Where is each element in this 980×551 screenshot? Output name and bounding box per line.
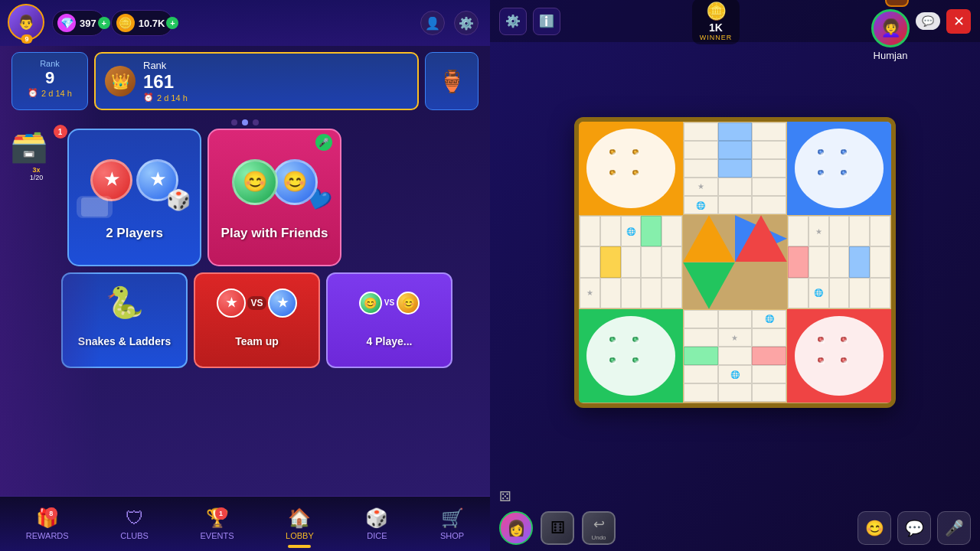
nav-dice[interactable]: 🎲 DICE — [358, 504, 396, 544]
chest-progress: 1/20 — [30, 174, 44, 181]
mission-card[interactable]: 🏺 — [425, 52, 479, 110]
dot-1 — [231, 119, 237, 126]
green-piece-friends: 😊 — [232, 159, 278, 205]
undo-button[interactable]: ↩ Undo — [582, 511, 616, 545]
cell-l14 — [641, 278, 662, 308]
corner-green — [579, 309, 683, 403]
coins-currency[interactable]: 🪙 10.7K + — [111, 10, 174, 36]
mode-snakes-img: 🐍 — [63, 274, 186, 331]
cell-t15 — [752, 196, 786, 214]
rank-time-2: ⏰ 2 d 14 h — [143, 93, 188, 103]
game-settings-button[interactable]: ⚙️ — [499, 8, 527, 35]
cell-b11: 🌐 — [718, 365, 753, 383]
green-piece-4 — [632, 357, 639, 363]
mode-2players[interactable]: ★ ★ 🎲 2 Players — [67, 129, 201, 266]
team-piece-1: ★ — [217, 289, 246, 318]
nav-lobby[interactable]: 🏠 LOBBY — [278, 504, 322, 544]
nav-clubs[interactable]: 🛡 CLUBS — [113, 504, 156, 544]
nav-events[interactable]: 🏆 1 EVENTS — [193, 504, 242, 544]
mode-2players-label: 2 Players — [102, 222, 167, 245]
green-pieces-home — [598, 326, 665, 386]
cell-b12 — [752, 365, 786, 383]
green-home — [586, 316, 675, 396]
ludo-board-container: ★ 🌐 — [490, 42, 980, 482]
winner-badge: 🪙 1K WINNER — [692, 0, 740, 44]
cell-b9 — [752, 347, 786, 365]
yellow-piece-4 — [632, 170, 639, 175]
mode-team[interactable]: 🎤 ★ VS ★ Team up — [194, 272, 320, 368]
cell-r7 — [808, 246, 829, 277]
mode-friends[interactable]: 🎤 😊 😊 💙 Play with Friends — [207, 129, 341, 266]
player-controls: 👩 ⚅ ↩ Undo 😊 💬 🎤 — [499, 511, 971, 545]
board-right-middle: ★ 🌐 — [787, 215, 891, 309]
cell-l15 — [662, 278, 682, 308]
mic-button[interactable]: 🎤 — [937, 511, 971, 545]
rewards-label: REWARDS — [26, 531, 69, 540]
star-l: ★ — [586, 289, 593, 297]
cell-l13 — [621, 278, 642, 308]
cell-l4 — [641, 216, 662, 246]
friends-button[interactable]: 👤 — [420, 11, 445, 35]
emoji-button[interactable]: 😊 — [858, 511, 891, 545]
cell-r11 — [788, 278, 808, 308]
cell-r3 — [829, 216, 850, 246]
rank-trophy-card[interactable]: 👑 Rank 161 ⏰ 2 d 14 h — [94, 52, 419, 110]
arrow-yellow — [683, 215, 735, 262]
currency-group: 💎 397 + 🪙 10.7K + — [52, 10, 420, 36]
opponent-avatar-img: 👩‍🦱 — [880, 18, 901, 38]
chat-area: 💬 — [916, 12, 940, 30]
yellow-piece-2 — [632, 149, 639, 155]
cell-b13 — [684, 383, 718, 402]
winner-label: WINNER — [700, 34, 733, 41]
add-coins-button[interactable]: + — [166, 17, 178, 29]
cell-t7 — [684, 159, 718, 178]
rank-value-1: 9 — [45, 68, 54, 88]
corner-blue — [787, 122, 891, 216]
vs-label: VS — [247, 296, 266, 310]
cell-l9 — [641, 246, 662, 277]
chest-container[interactable]: 🗃️ 1 3x 1/20 — [10, 129, 64, 181]
cell-l2 — [600, 216, 621, 246]
blue-pieces-home — [806, 139, 873, 198]
chat-button[interactable]: 💬 — [897, 511, 931, 545]
opponent-rank: 2 — [893, 0, 900, 2]
red-piece-2p: ★ — [90, 159, 132, 201]
4p-piece-1: 😊 — [359, 292, 382, 315]
cell-l6 — [580, 246, 600, 277]
mode-friends-label: Play with Friends — [217, 222, 332, 245]
cell-b5: ★ — [718, 328, 753, 347]
right-panel: ⚙️ ℹ️ 🪙 1K WINNER 2 👩‍🦱 H — [490, 0, 980, 551]
4p-piece-2: 😊 — [397, 292, 420, 315]
game-info-button[interactable]: ℹ️ — [533, 8, 560, 35]
team-piece-2: ★ — [268, 289, 297, 318]
add-gems-button[interactable]: + — [98, 17, 110, 29]
settings-button[interactable]: ⚙️ — [454, 11, 479, 35]
mode-4players[interactable]: 🎤 😊 VS 😊 4 Playe... — [326, 272, 452, 368]
player-avatar-container[interactable]: 👨 9 — [8, 4, 46, 42]
corner-red — [787, 309, 891, 403]
yellow-piece-arrangement — [609, 149, 653, 187]
coins-value: 10.7K — [139, 18, 165, 29]
cell-b8 — [718, 347, 753, 365]
roll-dice-button[interactable]: ⚅ — [541, 511, 574, 545]
cell-t11 — [718, 178, 753, 196]
blue-home — [795, 129, 884, 208]
globe-b2: 🌐 — [730, 370, 740, 379]
rank-time-1: ⏰ 2 d 14 h — [28, 88, 72, 98]
rank-text-group: Rank 161 ⏰ 2 d 14 h — [143, 60, 188, 103]
dice-2p: 🎲 — [166, 171, 191, 216]
shop-label: SHOP — [440, 531, 464, 540]
gems-currency[interactable]: 💎 397 + — [52, 10, 105, 36]
green-piece-arrangement — [609, 337, 653, 375]
globe-t: 🌐 — [696, 201, 705, 210]
cell-t13: 🌐 — [684, 196, 718, 214]
nav-shop[interactable]: 🛒 SHOP — [433, 504, 472, 544]
nav-rewards[interactable]: 🎁 8 REWARDS — [18, 504, 77, 544]
yellow-home — [586, 129, 675, 208]
game-close-button[interactable]: ✕ — [946, 9, 971, 34]
cell-b6 — [752, 328, 786, 347]
cell-r4 — [849, 216, 870, 246]
rank-card-local[interactable]: Rank 9 ⏰ 2 d 14 h — [11, 52, 88, 110]
cell-b7 — [684, 347, 718, 365]
cell-t1 — [684, 122, 718, 141]
